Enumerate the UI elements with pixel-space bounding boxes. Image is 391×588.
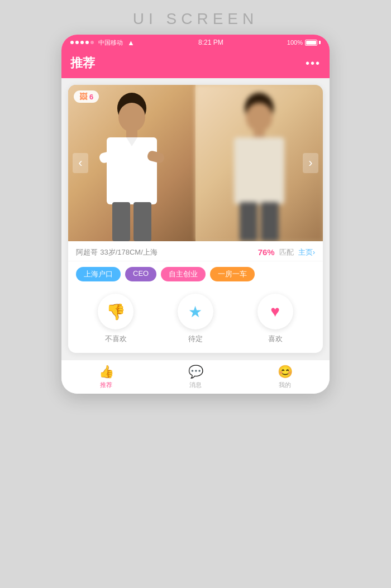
tag-hukou[interactable]: 上海户口 [76,267,121,281]
svg-rect-7 [112,202,130,241]
svg-rect-11 [254,130,265,138]
dislike-circle: 👎 [98,294,133,329]
person-figure-right [203,85,315,241]
like-action[interactable]: ♥ 喜欢 [258,294,293,344]
profile-name: 阿超哥 [76,248,98,256]
person-figure-left [76,85,188,241]
pending-action[interactable]: ★ 待定 [178,294,213,344]
nav-message[interactable]: 💬 消息 [151,360,240,394]
tag-ceo[interactable]: CEO [125,267,156,281]
actions-row: 👎 不喜欢 ★ 待定 ♥ 喜欢 [68,288,323,353]
svg-point-10 [246,103,273,132]
photo-count-badge: 🖼 6 [74,90,99,103]
tag-startup[interactable]: 自主创业 [161,267,206,281]
mine-label: 我的 [279,381,291,389]
profile-match-area: 76% 匹配 主页› [258,247,315,257]
svg-rect-14 [261,202,279,241]
app-header: 推荐 ••• [61,50,330,78]
nav-mine[interactable]: 😊 我的 [240,360,330,394]
message-icon: 💬 [188,365,203,379]
tags-row: 上海户口 CEO 自主创业 一房一车 [68,261,323,288]
svg-rect-2 [126,130,137,138]
like-label: 喜欢 [268,334,283,344]
photo-count: 6 [89,93,93,101]
dislike-action[interactable]: 👎 不喜欢 [98,294,133,344]
content-area: 🖼 6 ‹ › 阿超哥 33岁/178CM/上海 76% 匹配 主 [61,78,330,360]
dislike-label: 不喜欢 [105,334,127,344]
match-percent: 76% [258,247,275,257]
mine-icon: 😊 [278,365,293,379]
svg-rect-8 [133,202,151,241]
svg-rect-12 [234,137,284,204]
svg-rect-13 [240,202,258,241]
nav-recommend[interactable]: 👍 推荐 [61,360,151,394]
profile-card: 🖼 6 ‹ › 阿超哥 33岁/178CM/上海 76% 匹配 主 [68,85,323,353]
time-display: 8:21 PM [198,39,223,46]
pending-circle: ★ [178,294,213,329]
bottom-nav: 👍 推荐 💬 消息 😊 我的 [61,360,330,394]
svg-rect-3 [107,137,157,204]
pending-label: 待定 [188,334,203,344]
recommend-icon: 👍 [99,365,114,379]
carrier-label: 中国移动 [98,39,123,47]
message-label: 消息 [189,381,202,389]
recommend-label: 推荐 [100,381,112,389]
svg-point-1 [118,103,145,132]
header-title: 推荐 [70,55,95,71]
profile-name-details: 阿超哥 33岁/178CM/上海 [76,247,158,257]
wifi-icon: ▲ [127,39,135,47]
more-menu-button[interactable]: ••• [306,57,321,70]
heart-icon: ♥ [270,303,280,321]
match-label: 匹配 [279,247,294,257]
like-circle: ♥ [258,294,293,329]
next-photo-button[interactable]: › [303,153,318,173]
home-link[interactable]: 主页› [298,247,315,257]
star-icon: ★ [188,303,202,321]
dislike-icon: 👎 [106,303,126,321]
profile-details: 33岁/178CM/上海 [100,248,158,256]
profile-info-row: 阿超哥 33岁/178CM/上海 76% 匹配 主页› [68,241,323,261]
page-title: UI SCREEN [133,10,258,28]
phone-frame: 中国移动 ▲ 8:21 PM 100% 推荐 ••• [61,35,330,394]
prev-photo-button[interactable]: ‹ [73,153,88,173]
photo-icon: 🖼 [79,92,87,101]
tag-property[interactable]: 一房一车 [210,267,255,281]
battery-percent: 100% [287,39,303,46]
status-bar: 中国移动 ▲ 8:21 PM 100% [61,35,330,50]
image-carousel: 🖼 6 ‹ › [68,85,323,241]
